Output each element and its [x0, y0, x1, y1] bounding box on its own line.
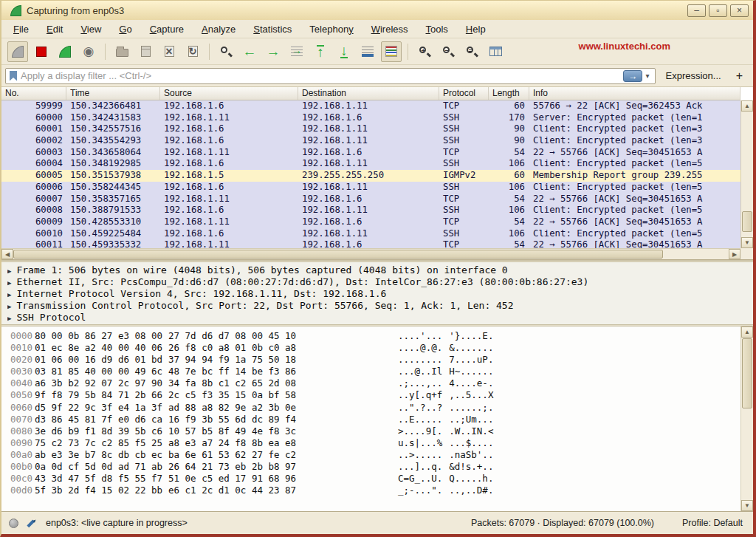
hex-row-0070[interactable]: 0070d3 86 45 81 7f e0 d6 ca16 f9 3b 55 6…	[1, 414, 740, 425]
packet-list-vscrollbar[interactable]: ▲ ▼	[740, 100, 753, 248]
menu-statistics[interactable]: Statistics	[253, 24, 292, 35]
packet-row-59999[interactable]: 59999150.342366481192.168.1.6192.168.1.1…	[1, 100, 740, 112]
hex-row-0090[interactable]: 009075 c2 73 7c c2 85 f5 25a8 e3 a7 24 f…	[1, 437, 740, 449]
go-back-icon[interactable]: ←	[239, 41, 260, 62]
reload-icon[interactable]	[182, 41, 203, 62]
zoom-original-icon[interactable]: =	[461, 41, 482, 62]
hex-row-0000[interactable]: 000080 00 0b 86 27 e3 08 0027 7d d6 d7 0…	[1, 330, 740, 342]
scroll-thumb[interactable]	[742, 338, 752, 408]
file-open-icon[interactable]	[111, 41, 132, 62]
hex-row-0040[interactable]: 0040a6 3b b2 92 07 2c 97 9034 fa 8b c1 c…	[1, 377, 740, 389]
hex-row-0030[interactable]: 003003 81 85 40 00 00 49 6c48 7e bc ff 1…	[1, 366, 740, 377]
menu-telephony[interactable]: Telephony	[309, 24, 353, 35]
detail-line-2[interactable]: ▶Internet Protocol Version 4, Src: 192.1…	[7, 288, 753, 300]
packet-row-60006[interactable]: 60006150.358244345192.168.1.6192.168.1.1…	[1, 182, 740, 194]
bookmark-icon[interactable]	[10, 71, 17, 81]
capture-start-icon[interactable]	[7, 41, 28, 62]
file-close-icon[interactable]	[159, 41, 179, 62]
go-forward-icon[interactable]: →	[263, 41, 284, 62]
go-first-icon[interactable]: ↑	[310, 41, 331, 62]
detail-line-1[interactable]: ▶Ethernet II, Src: PcsCompu_7d:d6:d7 (08…	[7, 276, 753, 288]
packet-row-60002[interactable]: 60002150.343554293192.168.1.6192.168.1.1…	[1, 135, 740, 147]
packet-row-60009[interactable]: 60009150.428553310192.168.1.11192.168.1.…	[1, 216, 740, 228]
scroll-up-icon[interactable]: ▲	[741, 100, 753, 112]
filter-dropdown-caret-icon[interactable]: ▾	[645, 72, 649, 80]
scroll-thumb[interactable]	[742, 211, 752, 232]
expand-arrow-icon[interactable]: ▶	[7, 279, 11, 287]
zoom-out-icon[interactable]: −	[438, 41, 458, 62]
expand-arrow-icon[interactable]: ▶	[7, 267, 11, 275]
capture-stop-icon[interactable]	[31, 41, 52, 62]
packet-row-60003[interactable]: 60003150.343658064192.168.1.11192.168.1.…	[1, 147, 740, 159]
capture-comment-icon[interactable]	[26, 519, 35, 528]
display-filter-input[interactable]	[21, 70, 623, 81]
menu-wireless[interactable]: Wireless	[371, 24, 408, 35]
maximize-button[interactable]: ▫	[709, 4, 727, 17]
capture-restart-icon[interactable]	[55, 41, 75, 62]
hex-row-0080[interactable]: 00803e d6 b9 f1 8d 39 5b c610 57 b5 8f 4…	[1, 425, 740, 437]
scroll-down-icon[interactable]: ▼	[741, 500, 753, 511]
hex-vscrollbar[interactable]: ▲ ▼	[740, 326, 753, 511]
packet-row-60000[interactable]: 60000150.342431583192.168.1.11192.168.1.…	[1, 112, 740, 124]
expand-arrow-icon[interactable]: ▶	[7, 303, 11, 310]
hex-row-00a0[interactable]: 00a0ab e3 3e b7 8c db cb ecba 6e 61 53 6…	[1, 449, 740, 461]
expand-arrow-icon[interactable]: ▶	[7, 291, 11, 298]
packet-row-60004[interactable]: 60004150.348192985192.168.1.6192.168.1.1…	[1, 158, 740, 170]
add-filter-button[interactable]: +	[736, 69, 743, 83]
scroll-right-icon[interactable]: ▶	[729, 249, 740, 259]
menu-analyze[interactable]: Analyze	[202, 24, 236, 35]
packet-row-60005[interactable]: 60005150.351537938192.168.1.5239.255.255…	[1, 170, 740, 182]
packet-row-60010[interactable]: 60010150.459225484192.168.1.6192.168.1.1…	[1, 228, 740, 240]
menu-go[interactable]: Go	[119, 24, 131, 35]
packet-list-hscrollbar[interactable]: ◀ ▶	[1, 248, 740, 259]
hex-bytes: a8 e3 a7 24 f8 8b ea e8	[168, 437, 302, 449]
menu-edit[interactable]: Edit	[47, 24, 63, 35]
close-button[interactable]: ×	[730, 4, 749, 17]
auto-scroll-icon[interactable]	[357, 41, 378, 62]
menu-help[interactable]: Help	[466, 24, 486, 35]
menu-view[interactable]: View	[80, 24, 101, 35]
capture-options-icon[interactable]	[78, 41, 99, 62]
column-header-source[interactable]: Source	[160, 87, 298, 100]
minimize-button[interactable]: –	[687, 4, 706, 17]
scroll-up-icon[interactable]: ▲	[741, 326, 753, 338]
menu-file[interactable]: File	[13, 24, 29, 35]
expand-arrow-icon[interactable]: ▶	[7, 315, 11, 322]
find-packet-icon[interactable]	[216, 41, 236, 62]
detail-line-4[interactable]: ▶SSH Protocol	[7, 312, 753, 324]
file-save-icon[interactable]	[135, 41, 156, 62]
column-header-length[interactable]: Length	[489, 87, 529, 100]
go-to-icon[interactable]	[286, 41, 307, 62]
scroll-left-icon[interactable]: ◀	[1, 249, 13, 259]
hex-row-0010[interactable]: 001001 ec 8e a2 40 00 40 0626 f8 c0 a8 0…	[1, 342, 740, 354]
packet-row-60001[interactable]: 60001150.342557516192.168.1.6192.168.1.1…	[1, 123, 740, 135]
display-filter-field[interactable]: → ▾	[5, 68, 656, 84]
column-header-info[interactable]: Info	[529, 87, 740, 100]
hex-row-0050[interactable]: 00509f f8 79 5b 84 71 2b 662c c5 f3 35 1…	[1, 389, 740, 401]
packet-row-60007[interactable]: 60007150.358357165192.168.1.11192.168.1.…	[1, 194, 740, 205]
detail-line-3[interactable]: ▶Transmission Control Protocol, Src Port…	[7, 300, 753, 312]
scroll-thumb[interactable]	[13, 250, 663, 259]
hex-row-0060[interactable]: 0060d5 9f 22 9c 3f e4 1a 3fad 88 a8 82 9…	[1, 402, 740, 414]
menu-tools[interactable]: Tools	[426, 24, 448, 35]
go-last-icon[interactable]: ↓	[334, 41, 354, 62]
column-header-no[interactable]: No.	[1, 87, 66, 100]
detail-line-0[interactable]: ▶Frame 1: 506 bytes on wire (4048 bits),…	[7, 264, 753, 276]
expert-info-icon[interactable]	[9, 519, 18, 528]
column-header-destination[interactable]: Destination	[298, 87, 439, 100]
apply-filter-button[interactable]: →	[623, 70, 642, 82]
expression-button[interactable]: Expression...	[666, 70, 721, 81]
resize-columns-icon[interactable]	[485, 41, 506, 62]
column-header-time[interactable]: Time	[66, 87, 160, 100]
column-header-protocol[interactable]: Protocol	[439, 87, 489, 100]
zoom-in-icon[interactable]: +	[414, 41, 435, 62]
profile-text[interactable]: Profile: Default	[682, 518, 743, 528]
menu-capture[interactable]: Capture	[150, 24, 184, 35]
hex-row-0020[interactable]: 002001 06 00 16 d9 d6 01 bd37 94 94 f9 1…	[1, 354, 740, 366]
colorize-icon[interactable]	[381, 41, 402, 62]
hex-row-00b0[interactable]: 00b00a 0d cf 5d 0d ad 71 ab26 64 21 73 e…	[1, 461, 740, 473]
scroll-down-icon[interactable]: ▼	[741, 237, 753, 248]
hex-row-00d0[interactable]: 00d05f 3b 2d f4 15 02 22 bbe6 c1 2c d1 0…	[1, 485, 740, 496]
hex-row-00c0[interactable]: 00c043 3d 47 5f d8 f5 55 f751 0e c5 ed 1…	[1, 473, 740, 485]
packet-row-60008[interactable]: 60008150.388791533192.168.1.6192.168.1.1…	[1, 205, 740, 216]
